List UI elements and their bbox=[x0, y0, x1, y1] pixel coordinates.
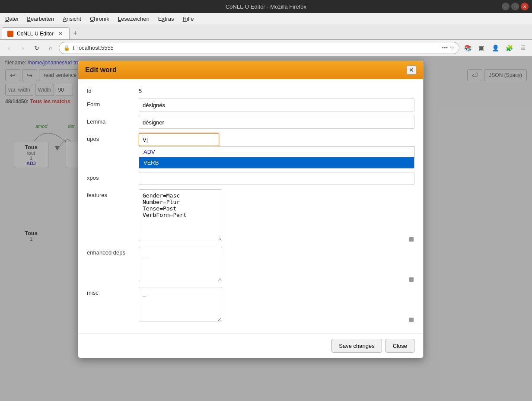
back-button[interactable]: ‹ bbox=[3, 42, 15, 54]
menu-bearbeiten[interactable]: Bearbeiten bbox=[23, 15, 57, 23]
account-button[interactable]: 👤 bbox=[490, 42, 501, 54]
features-textarea[interactable]: Gender=Masc Number=Plur Tense=Past VerbF… bbox=[139, 189, 222, 241]
misc-label: misc bbox=[87, 287, 139, 296]
features-label: features bbox=[87, 189, 139, 198]
browser-toolbar-right: 📚 ▣ 👤 🧩 ☰ bbox=[462, 42, 529, 54]
id-label: Id bbox=[87, 85, 139, 94]
enhanced-deps-label: enhanced deps bbox=[87, 247, 139, 256]
tab-bar: CoNLL-U Editor ✕ + bbox=[0, 25, 532, 40]
misc-textarea[interactable]: _ bbox=[139, 287, 222, 321]
field-form-row: Form bbox=[87, 99, 414, 111]
library-button[interactable]: 📚 bbox=[462, 42, 473, 54]
close-window-button[interactable]: ✕ bbox=[521, 3, 529, 10]
title-bar: CoNLL-U Editor - Mozilla Firefox – □ ✕ bbox=[0, 0, 532, 13]
form-input[interactable] bbox=[139, 99, 414, 111]
menu-button[interactable]: ☰ bbox=[517, 42, 529, 54]
sidebar-button[interactable]: ▣ bbox=[476, 42, 487, 54]
field-lemma-row: Lemma bbox=[87, 116, 414, 129]
id-value: 5 bbox=[139, 85, 142, 94]
upos-dropdown-container: ADV VERB bbox=[139, 133, 414, 146]
bookmark-icon[interactable]: ☆ bbox=[449, 45, 455, 51]
resize-handle-2[interactable] bbox=[409, 277, 414, 282]
tab-label: CoNLL-U Editor bbox=[17, 31, 54, 37]
lemma-label: Lemma bbox=[87, 116, 139, 125]
address-bar: ‹ › ↻ ⌂ 🔒 ℹ localhost:5555 ••• ☆ 📚 ▣ 👤 🧩… bbox=[0, 40, 532, 56]
address-icons: ••• ☆ bbox=[442, 45, 455, 51]
tab-conllu-editor[interactable]: CoNLL-U Editor ✕ bbox=[2, 27, 70, 39]
forward-button[interactable]: › bbox=[17, 42, 29, 54]
menu-ansicht[interactable]: Ansicht bbox=[59, 15, 85, 23]
modal-title: Edit word bbox=[85, 66, 117, 74]
field-features-row: features Gender=Masc Number=Plur Tense=P… bbox=[87, 189, 414, 242]
extensions-button[interactable]: 🧩 bbox=[503, 42, 515, 54]
xpos-label: xpos bbox=[87, 172, 139, 181]
xpos-input[interactable] bbox=[139, 172, 414, 185]
address-text[interactable]: localhost:5555 bbox=[77, 45, 439, 51]
field-upos-row: upos ADV VERB bbox=[87, 133, 414, 146]
minimize-button[interactable]: – bbox=[502, 3, 510, 10]
tab-favicon bbox=[7, 31, 13, 37]
menu-extras[interactable]: Extras bbox=[155, 15, 178, 23]
modal-header: Edit word ✕ bbox=[78, 61, 423, 79]
address-box: 🔒 ℹ localhost:5555 ••• ☆ bbox=[59, 42, 459, 54]
window-title: CoNLL-U Editor - Mozilla Firefox bbox=[226, 3, 306, 10]
upos-label: upos bbox=[87, 133, 139, 142]
modal-footer: Save changes Close bbox=[78, 333, 423, 358]
menu-chronik[interactable]: Chronik bbox=[86, 15, 113, 23]
lemma-input[interactable] bbox=[139, 116, 414, 129]
more-icon[interactable]: ••• bbox=[442, 45, 448, 51]
field-xpos-row: xpos bbox=[87, 172, 414, 185]
modal-body: Id 5 Form Lemma upos ADV VERB bbox=[78, 79, 423, 333]
field-id-row: Id 5 bbox=[87, 85, 414, 94]
browser-content: filename: /home/johannes/ud-treebanks-v2… bbox=[0, 56, 532, 401]
close-modal-button[interactable]: Close bbox=[385, 339, 414, 353]
home-button[interactable]: ⌂ bbox=[45, 42, 56, 54]
menu-bar: Datei Bearbeiten Ansicht Chronik Lesezei… bbox=[0, 13, 532, 25]
upos-dropdown-list: ADV VERB bbox=[139, 146, 414, 169]
tab-close-button[interactable]: ✕ bbox=[57, 30, 64, 37]
security-icon: 🔒 bbox=[64, 45, 70, 51]
resize-handle[interactable] bbox=[409, 237, 414, 242]
form-label: Form bbox=[87, 99, 139, 108]
field-misc-row: misc _ bbox=[87, 287, 414, 323]
enhanced-deps-textarea[interactable]: _ bbox=[139, 247, 222, 281]
reload-button[interactable]: ↻ bbox=[31, 42, 42, 54]
resize-handle-3[interactable] bbox=[409, 318, 414, 322]
menu-datei[interactable]: Datei bbox=[2, 15, 22, 23]
new-tab-button[interactable]: + bbox=[70, 27, 81, 39]
modal-close-button[interactable]: ✕ bbox=[407, 65, 416, 75]
save-changes-button[interactable]: Save changes bbox=[331, 339, 382, 353]
info-icon: ℹ bbox=[73, 45, 75, 51]
upos-input[interactable] bbox=[139, 133, 219, 146]
dropdown-item-adv[interactable]: ADV bbox=[139, 146, 414, 157]
menu-lesezeichen[interactable]: Lesezeichen bbox=[115, 15, 153, 23]
maximize-button[interactable]: □ bbox=[511, 3, 519, 10]
menu-hilfe[interactable]: Hilfe bbox=[179, 15, 198, 23]
window-controls: – □ ✕ bbox=[502, 3, 529, 10]
dropdown-item-verb[interactable]: VERB bbox=[139, 157, 414, 168]
field-enhanced-deps-row: enhanced deps _ bbox=[87, 247, 414, 283]
edit-word-modal: Edit word ✕ Id 5 Form Lemma upos bbox=[78, 60, 424, 358]
